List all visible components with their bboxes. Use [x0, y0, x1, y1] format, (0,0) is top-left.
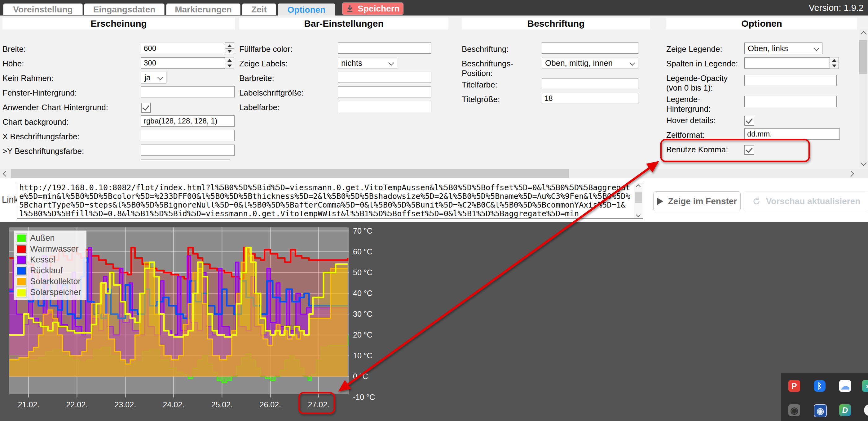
scroll-up-icon[interactable] — [636, 184, 641, 189]
row-kein-rahmen: Kein Rahmen: ja — [2, 72, 235, 86]
bluetooth-icon[interactable]: ᛒ — [814, 380, 826, 392]
hoehe-label: Höhe: — [2, 57, 141, 68]
show-in-window-button[interactable]: Zeige im Fenster — [653, 191, 741, 211]
legend-label: Rücklauf — [30, 266, 63, 276]
link-row: Link http://192.168.0.10:8082/flot/index… — [0, 178, 868, 222]
anwender-chart-hintergrund-label: Anwender-Chart-Hintergrund: — [2, 101, 141, 112]
anwender-chart-hintergrund-checkbox[interactable] — [141, 103, 151, 113]
titelfarbe-label: Titelfarbe: — [462, 78, 542, 90]
row-spalten-in-legende: Spalten in Legende: — [666, 57, 857, 72]
legend-swatch — [17, 277, 26, 286]
hover-details-label: Hover details: — [666, 114, 744, 125]
textarea-scroll-thumb[interactable] — [634, 192, 642, 203]
fuellfarbe-input[interactable] — [338, 43, 431, 54]
scroll-up-icon[interactable] — [861, 31, 867, 37]
spalten-spinner[interactable] — [830, 57, 839, 69]
zeige-legende-value: Oben, links — [748, 44, 788, 53]
zeige-legende-label: Zeige Legende: — [666, 43, 744, 54]
circle-icon[interactable] — [864, 404, 868, 416]
zeitformat-input[interactable] — [744, 129, 840, 140]
spalten-in-legende-label: Spalten in Legende: — [666, 57, 744, 68]
legend-swatch — [17, 266, 26, 275]
zeige-legende-select[interactable]: Oben, links — [744, 43, 823, 54]
svg-text:22.02.: 22.02. — [66, 400, 88, 409]
spalten-in-legende-input[interactable] — [744, 57, 830, 68]
y-beschriftungsfarbe-input[interactable] — [141, 145, 235, 156]
legend-swatch — [17, 288, 26, 297]
display-d-icon[interactable]: D — [839, 404, 851, 416]
row-zeige-legende: Zeige Legende: Oben, links — [666, 43, 857, 57]
legend-swatch — [17, 245, 26, 253]
column-title-bar: Bar-Einstellungen — [239, 18, 448, 29]
barbreite-label: Barbreite: — [239, 72, 338, 83]
legende-opacity-label: Legende-Opacity (von 0 bis 1): — [666, 72, 744, 93]
legend-label: Solarkollektor — [30, 277, 81, 286]
chart-background-input[interactable] — [141, 115, 235, 127]
row-breite: Breite: — [2, 43, 235, 57]
scroll-down-icon[interactable] — [861, 160, 867, 166]
legend-label: Kessel — [30, 255, 55, 264]
chevron-down-icon — [813, 45, 819, 51]
breite-input[interactable] — [141, 43, 225, 54]
zeige-labels-select[interactable]: nichts — [338, 57, 397, 69]
scroll-right-icon[interactable] — [848, 171, 854, 177]
legende-opacity-input[interactable] — [744, 75, 837, 86]
row-anwender-chart-hintergrund: Anwender-Chart-Hintergrund: — [2, 101, 235, 115]
svg-text:24.02.: 24.02. — [163, 400, 185, 409]
link-textarea-scrollbar[interactable] — [634, 183, 643, 218]
refresh-preview-button[interactable]: Vorschau aktualisieren — [743, 191, 868, 211]
tab-zeit[interactable]: Zeit — [242, 3, 276, 15]
hoehe-spinner[interactable] — [225, 57, 234, 69]
save-button[interactable]: Speichern — [342, 2, 403, 15]
show-in-window-label: Zeige im Fenster — [668, 196, 737, 206]
scroll-left-icon[interactable] — [3, 171, 9, 177]
titelgroesse-input[interactable] — [542, 93, 639, 104]
tab-optionen[interactable]: Optionen — [278, 3, 335, 16]
labelfarbe-input[interactable] — [338, 101, 431, 112]
vertical-scroll-thumb[interactable] — [859, 40, 867, 74]
tab-eingangsdaten[interactable]: Eingangsdaten — [84, 3, 164, 15]
settings-horizontal-scrollbar[interactable] — [0, 169, 868, 178]
legend-label: Solarspeicher — [30, 288, 81, 297]
barbreite-input[interactable] — [338, 72, 431, 83]
tab-voreinstellung[interactable]: Voreinstellung — [3, 3, 83, 15]
x-beschriftungsfarbe-input[interactable] — [141, 130, 235, 141]
titelfarbe-input[interactable] — [542, 78, 639, 89]
sync-arrow-icon[interactable]: » — [862, 380, 868, 392]
benutze-komma-checkbox[interactable] — [744, 145, 754, 155]
beschriftungs-position-value: Oben, mittig, innen — [545, 58, 613, 68]
kein-rahmen-select[interactable]: ja — [141, 72, 166, 83]
beschriftungs-position-select[interactable]: Oben, mittig, innen — [542, 57, 639, 69]
svg-text:21.02.: 21.02. — [18, 400, 40, 409]
column-bar-einstellungen: Bar-Einstellungen Füllfarbe color: Zeige… — [239, 18, 448, 115]
play-icon — [657, 198, 663, 205]
fenster-hintergrund-input[interactable] — [141, 86, 235, 97]
settings-panel: Erscheinung Breite: Höhe: Kein Rahmen: — [0, 16, 868, 178]
settings-vertical-scrollbar[interactable] — [859, 29, 867, 168]
row-zeige-labels: Zeige Labels: nichts — [239, 57, 448, 72]
scroll-down-icon[interactable] — [636, 213, 641, 218]
hoehe-input[interactable] — [141, 57, 225, 68]
red-p-icon[interactable]: P — [788, 380, 800, 392]
kein-rahmen-value: ja — [145, 73, 151, 83]
camera-icon[interactable]: ◉ — [788, 404, 800, 416]
hover-details-checkbox[interactable] — [744, 116, 754, 125]
legende-hintergrund-input[interactable] — [744, 96, 837, 107]
labelschriftgroesse-input[interactable] — [338, 86, 431, 97]
tab-markierungen[interactable]: Markierungen — [166, 3, 241, 15]
legende-hintergrund-label: Legende-Hintergrund: — [666, 93, 744, 114]
column-optionen: Optionen Zeige Legende: Oben, links Spal… — [666, 18, 857, 158]
breite-spinner[interactable] — [225, 43, 234, 54]
snip-camera-icon[interactable]: ◉ — [814, 404, 827, 417]
row-titelgroesse: Titelgröße: — [462, 93, 650, 107]
row-hover-details: Hover details: — [666, 114, 857, 129]
refresh-icon — [752, 197, 761, 206]
flot-chart: 70 °C60 °C50 °C40 °C30 °C20 °C10 °C0 °C-… — [0, 222, 868, 421]
beschriftung-input[interactable] — [542, 43, 639, 54]
zeitformat-label: Zeitformat: — [666, 129, 744, 140]
legend-item: Kessel — [17, 254, 81, 265]
link-textarea[interactable]: http://192.168.0.10:8082/flot/index.html… — [17, 183, 643, 219]
legend-swatch — [17, 256, 26, 264]
cloud-icon[interactable]: ☁ — [839, 380, 851, 392]
horizontal-scroll-thumb[interactable] — [11, 169, 569, 178]
